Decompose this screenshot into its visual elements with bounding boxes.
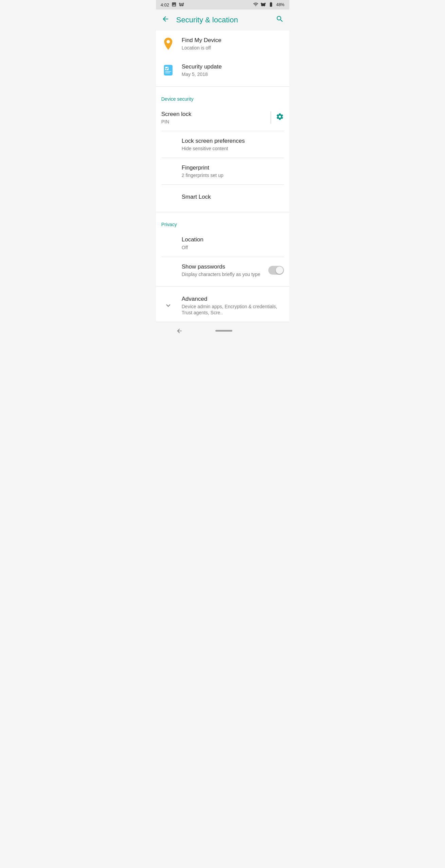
find-my-device-item[interactable]: ! Find My Device Location is off <box>156 31 289 57</box>
show-passwords-text: Show passwords Display characters briefl… <box>161 263 268 277</box>
security-update-title: Security update <box>182 63 284 71</box>
status-right: 48% <box>253 2 284 8</box>
screen-lock-title: Screen lock <box>161 111 266 118</box>
chevron-down-icon <box>161 299 175 312</box>
lock-screen-preferences-subtitle: Hide sensitive content <box>182 145 284 152</box>
location-item[interactable]: Location Off <box>156 230 289 256</box>
location-subtitle: Off <box>182 244 284 251</box>
content: ! Find My Device Location is off Securit… <box>156 31 289 322</box>
alarm-icon <box>179 2 184 8</box>
show-passwords-subtitle: Display characters briefly as you type <box>182 271 268 277</box>
find-my-device-subtitle: Location is off <box>182 45 284 51</box>
advanced-text: Advanced Device admin apps, Encryption &… <box>182 295 284 316</box>
section-divider-3 <box>156 286 289 287</box>
security-update-icon <box>161 63 175 77</box>
section-divider-1 <box>156 86 289 87</box>
bottom-nav <box>156 322 289 339</box>
toggle-thumb <box>276 267 283 274</box>
fingerprint-title: Fingerprint <box>182 164 284 172</box>
section-divider-2 <box>156 212 289 212</box>
svg-rect-4 <box>165 71 171 72</box>
wifi-icon <box>253 2 258 8</box>
smart-lock-title: Smart Lock <box>182 193 284 201</box>
status-left: 4:02 <box>161 2 184 8</box>
find-my-device-icon: ! <box>161 37 175 51</box>
lock-screen-preferences-text: Lock screen preferences Hide sensitive c… <box>161 137 284 152</box>
advanced-subtitle: Device admin apps, Encryption & credenti… <box>182 303 284 316</box>
security-update-text: Security update May 5, 2018 <box>182 63 284 77</box>
screen-lock-text: Screen lock PIN <box>161 111 266 125</box>
search-button[interactable] <box>276 15 284 25</box>
lock-screen-preferences-item[interactable]: Lock screen preferences Hide sensitive c… <box>156 131 289 158</box>
back-nav-button[interactable] <box>168 325 191 337</box>
status-time: 4:02 <box>161 2 169 7</box>
battery-icon <box>268 2 274 8</box>
toolbar-left: Security & location <box>161 15 238 25</box>
toggle-track <box>268 266 284 275</box>
advanced-item[interactable]: Advanced Device admin apps, Encryption &… <box>156 289 289 322</box>
privacy-header: Privacy <box>156 215 289 230</box>
location-text: Location Off <box>161 236 284 250</box>
svg-text:!: ! <box>168 46 169 50</box>
svg-point-0 <box>167 40 170 43</box>
find-my-device-title: Find My Device <box>182 37 284 44</box>
security-update-item[interactable]: Security update May 5, 2018 <box>156 57 289 83</box>
lock-screen-preferences-title: Lock screen preferences <box>182 137 284 145</box>
toolbar: Security & location <box>156 9 289 31</box>
device-security-header: Device security <box>156 90 289 104</box>
fingerprint-text: Fingerprint 2 fingerprints set up <box>161 164 284 178</box>
screen-lock-item[interactable]: Screen lock PIN <box>156 104 289 131</box>
find-my-device-text: Find My Device Location is off <box>182 37 284 51</box>
back-button[interactable] <box>161 15 170 25</box>
show-passwords-title: Show passwords <box>182 263 268 271</box>
svg-rect-5 <box>165 73 170 73</box>
home-nav-button[interactable] <box>215 330 232 332</box>
page-title: Security & location <box>176 16 238 24</box>
screen-lock-actions <box>266 112 284 124</box>
smart-lock-text: Smart Lock <box>161 193 284 201</box>
screen-lock-gear-button[interactable] <box>276 113 284 123</box>
status-bar: 4:02 48% <box>156 0 289 9</box>
battery-percent: 48% <box>276 2 284 7</box>
security-update-subtitle: May 5, 2018 <box>182 71 284 77</box>
alarm-status-icon <box>260 2 266 8</box>
photo-icon <box>171 2 177 8</box>
show-passwords-item[interactable]: Show passwords Display characters briefl… <box>156 257 289 283</box>
advanced-title: Advanced <box>182 295 284 303</box>
location-title: Location <box>182 236 284 243</box>
smart-lock-item[interactable]: Smart Lock <box>156 185 289 209</box>
show-passwords-toggle[interactable] <box>268 266 284 275</box>
screen-lock-divider <box>271 112 271 124</box>
screen-lock-subtitle: PIN <box>161 119 266 125</box>
fingerprint-item[interactable]: Fingerprint 2 fingerprints set up <box>156 158 289 184</box>
fingerprint-subtitle: 2 fingerprints set up <box>182 172 284 178</box>
